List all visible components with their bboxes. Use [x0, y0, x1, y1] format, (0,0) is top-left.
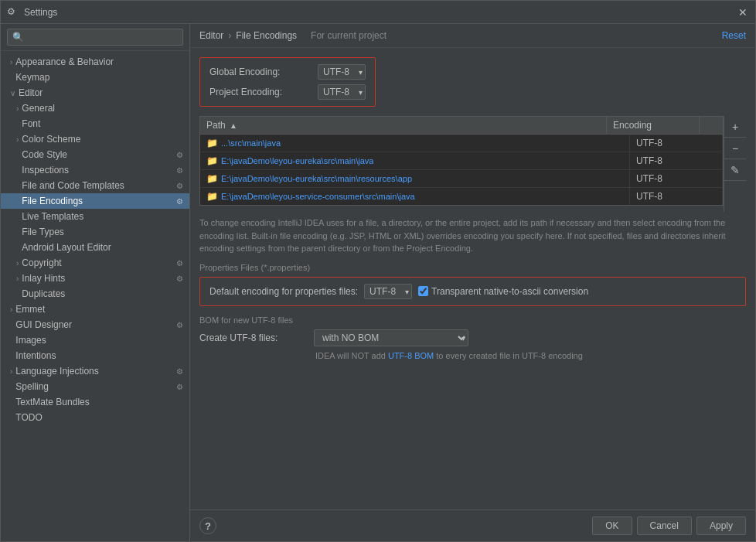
sidebar-item-duplicates[interactable]: ›Duplicates	[1, 286, 189, 302]
sidebar-item-code-style[interactable]: ›Code Style⚙	[1, 147, 189, 162]
project-encoding-select[interactable]: UTF-8	[318, 84, 366, 100]
sidebar-label: Code Style	[22, 149, 67, 160]
sidebar-item-file-encodings[interactable]: ›File Encodings⚙	[1, 193, 189, 209]
remove-path-button[interactable]: −	[724, 138, 746, 159]
sidebar-item-file-code-templates[interactable]: ›File and Code Templates⚙	[1, 178, 189, 193]
td-encoding: UTF-8	[630, 152, 723, 169]
transparent-conversion-label: Transparent native-to-ascii conversion	[431, 286, 588, 297]
cancel-button[interactable]: Cancel	[637, 516, 692, 535]
sort-arrow-icon: ▲	[230, 121, 237, 130]
sidebar-item-inspections[interactable]: ›Inspections⚙	[1, 162, 189, 178]
table-side-buttons: + − ✎	[724, 116, 746, 212]
td-encoding: UTF-8	[630, 135, 723, 152]
arrow-icon: ›	[10, 58, 12, 66]
window-title: Settings	[24, 7, 737, 18]
table-header: Path ▲ Encoding	[200, 117, 723, 135]
sidebar-label: General	[22, 103, 55, 114]
sidebar-label: Editor	[19, 87, 43, 98]
sidebar-item-inlay-hints[interactable]: ›Inlay Hints⚙	[1, 271, 189, 286]
sidebar-item-general[interactable]: ›General	[1, 101, 189, 116]
path-text: E:\javaDemo\leyou-eureka\src\main\resour…	[221, 174, 412, 183]
bom-section-label: BOM for new UTF-8 files	[199, 315, 746, 325]
main-panel: Editor › File Encodings For current proj…	[190, 24, 755, 541]
project-encoding-row: Project Encoding: UTF-8	[209, 84, 366, 100]
sidebar-label: Duplicates	[22, 288, 65, 299]
sidebar-label: TODO	[15, 412, 42, 423]
td-path: 📁 E:\javaDemo\leyou-eureka\src\main\reso…	[200, 170, 630, 187]
sidebar-label: Font	[22, 118, 40, 129]
td-path: 📁 E:\javaDemo\leyou-eureka\src\main\java	[200, 152, 630, 169]
sidebar: ›Appearance & Behavior›Keymap∨Editor›Gen…	[1, 24, 190, 541]
td-encoding: UTF-8	[630, 188, 723, 205]
sidebar-label: Spelling	[15, 381, 49, 392]
sidebar-item-emmet[interactable]: ›Emmet	[1, 302, 189, 317]
sidebar-item-android-layout[interactable]: ›Android Layout Editor	[1, 240, 189, 255]
reset-link[interactable]: Reset	[722, 30, 746, 41]
settings-badge-icon: ⚙	[176, 274, 183, 283]
project-encoding-select-wrapper: UTF-8	[318, 84, 366, 100]
global-encoding-label: Global Encoding:	[209, 66, 318, 77]
sidebar-item-textmate-bundles[interactable]: ›TextMate Bundles	[1, 394, 189, 410]
table-row[interactable]: 📁 E:\javaDemo\leyou-eureka\src\main\java…	[200, 152, 723, 170]
edit-path-button[interactable]: ✎	[724, 159, 746, 181]
sidebar-label: Inspections	[22, 165, 69, 176]
sidebar-label: Copyright	[22, 257, 61, 268]
th-encoding: Encoding	[607, 117, 700, 134]
arrow-icon: ›	[10, 305, 12, 314]
sidebar-item-appearance[interactable]: ›Appearance & Behavior	[1, 54, 189, 70]
apply-button[interactable]: Apply	[696, 516, 746, 535]
sidebar-label: Images	[15, 335, 46, 346]
settings-badge-icon: ⚙	[176, 197, 183, 206]
footer-buttons: OK Cancel Apply	[592, 516, 746, 535]
transparent-conversion-wrapper: Transparent native-to-ascii conversion	[418, 286, 588, 297]
table-row[interactable]: 📁 ...\src\main\java UTF-8	[200, 135, 723, 152]
sidebar-item-keymap[interactable]: ›Keymap	[1, 70, 189, 85]
global-encoding-select[interactable]: UTF-8	[318, 64, 366, 80]
bom-note-link: UTF-8 BOM	[388, 351, 434, 360]
file-table-main: Path ▲ Encoding 📁 ...\src\main\java UTF-…	[199, 116, 724, 212]
sidebar-item-todo[interactable]: ›TODO	[1, 410, 189, 425]
sidebar-item-live-templates[interactable]: ›Live Templates	[1, 209, 189, 224]
sidebar-item-images[interactable]: ›Images	[1, 332, 189, 348]
bom-note-prefix: IDEA will NOT add	[315, 351, 388, 360]
sidebar-item-color-scheme[interactable]: ›Color Scheme	[1, 131, 189, 147]
sidebar-item-editor[interactable]: ∨Editor	[1, 85, 189, 101]
sidebar-item-copyright[interactable]: ›Copyright⚙	[1, 255, 189, 271]
settings-badge-icon: ⚙	[176, 321, 183, 329]
settings-badge-icon: ⚙	[176, 151, 183, 159]
sidebar-item-language-injections[interactable]: ›Language Injections⚙	[1, 363, 189, 379]
sidebar-label: Color Scheme	[22, 134, 80, 145]
main-content: ›Appearance & Behavior›Keymap∨Editor›Gen…	[1, 24, 755, 541]
breadcrumb-project: For current project	[311, 30, 387, 41]
sidebar-label: Intentions	[15, 350, 56, 361]
sidebar-item-gui-designer[interactable]: ›GUI Designer⚙	[1, 317, 189, 332]
title-bar: ⚙ Settings ✕	[1, 1, 755, 24]
sidebar-label: Android Layout Editor	[22, 242, 111, 253]
props-encoding-select[interactable]: UTF-8	[364, 284, 412, 299]
sidebar-label: File Types	[22, 227, 63, 237]
sidebar-label: Keymap	[15, 72, 49, 83]
bom-note-suffix: to every created file in UTF-8 encoding	[434, 351, 583, 360]
ok-button[interactable]: OK	[592, 516, 632, 535]
help-button[interactable]: ?	[199, 517, 216, 534]
close-button[interactable]: ✕	[737, 6, 749, 19]
table-row[interactable]: 📁 E:\javaDemo\leyou-service-consumer\src…	[200, 188, 723, 205]
folder-icon: 📁	[206, 155, 218, 166]
breadcrumb-separator: ›	[228, 30, 231, 41]
sidebar-item-font[interactable]: ›Font	[1, 116, 189, 131]
transparent-conversion-checkbox[interactable]	[418, 286, 428, 296]
settings-content: Global Encoding: UTF-8 Project Encoding:…	[190, 48, 755, 510]
sidebar-item-spelling[interactable]: ›Spelling⚙	[1, 379, 189, 394]
add-path-button[interactable]: +	[724, 116, 746, 138]
sidebar-item-file-types[interactable]: ›File Types	[1, 224, 189, 240]
sidebar-label: Live Templates	[22, 211, 83, 222]
sidebar-item-intentions[interactable]: ›Intentions	[1, 348, 189, 363]
bom-select[interactable]: with NO BOM	[314, 329, 468, 346]
settings-badge-icon: ⚙	[176, 367, 183, 376]
footer: ? OK Cancel Apply	[190, 510, 755, 541]
table-row[interactable]: 📁 E:\javaDemo\leyou-eureka\src\main\reso…	[200, 170, 723, 188]
global-encoding-select-wrapper: UTF-8	[318, 64, 366, 80]
td-encoding: UTF-8	[630, 170, 723, 187]
app-icon: ⚙	[7, 6, 19, 19]
search-input[interactable]	[7, 29, 183, 46]
